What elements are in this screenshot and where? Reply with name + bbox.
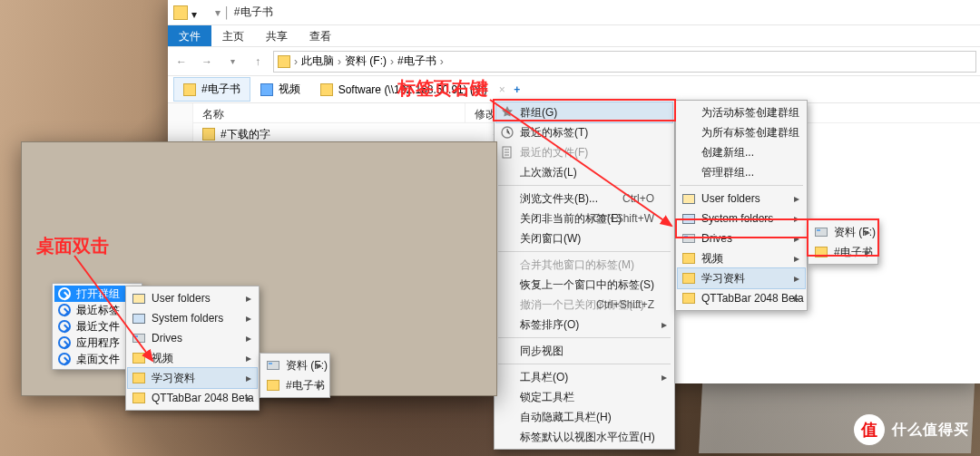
menu-item[interactable]: 标签排序(O)▸ — [496, 315, 672, 335]
menu-item[interactable]: 为活动标签创建群组 — [678, 102, 805, 122]
menu-item[interactable]: #电子书▸ — [262, 375, 328, 395]
clock-icon — [500, 125, 514, 140]
ribbon-home[interactable]: 主页 — [211, 25, 255, 46]
chevron-right-icon: ▸ — [794, 272, 799, 285]
folder-icon — [202, 128, 215, 141]
fold-icon — [681, 271, 696, 286]
fold-icon — [132, 351, 146, 365]
menu-item[interactable]: 标签默认以视图水平位置(H) — [496, 427, 672, 447]
nav-up-icon[interactable]: ↑ — [248, 52, 268, 72]
fold-icon — [266, 378, 280, 393]
ribbon-share[interactable]: 共享 — [255, 25, 299, 46]
menu-item[interactable]: 恢复上一个窗口中的标签(S) — [496, 275, 672, 295]
watermark-badge: 值 什么值得买 — [854, 414, 969, 445]
tab-video[interactable]: 视频 — [250, 77, 310, 102]
ribbon-file[interactable]: 文件 — [168, 25, 211, 46]
folder-icon — [183, 83, 196, 96]
chevron-right-icon: ▸ — [865, 246, 870, 258]
drive-icon — [681, 231, 696, 246]
menu-item[interactable]: 视频▸ — [128, 348, 257, 368]
video-folder-icon — [260, 83, 273, 96]
desktop-submenu: User folders▸System folders▸Drives▸视频▸学习… — [125, 286, 260, 411]
ribbon-view[interactable]: 查看 — [299, 25, 342, 46]
star-icon — [500, 105, 514, 120]
menu-item[interactable]: 学习资料▸ — [678, 268, 805, 288]
nav-fwd-icon[interactable]: → — [197, 52, 217, 72]
menu-item[interactable]: 自动隐藏工具栏(H) — [496, 407, 672, 427]
tab-ebook[interactable]: #电子书 — [173, 77, 250, 102]
menu-item[interactable]: 创建新组... — [678, 142, 805, 162]
chevron-right-icon: ▸ — [794, 292, 799, 305]
menu-item: 最近的文件(F) — [496, 142, 672, 162]
userf-icon — [132, 291, 146, 306]
chevron-right-icon: ▸ — [246, 292, 251, 305]
chevron-right-icon: ▸ — [794, 212, 799, 225]
menu-item[interactable]: QTTabBar 2048 Beta▸ — [678, 288, 805, 308]
menu-item[interactable]: System folders▸ — [128, 308, 257, 328]
menu-item[interactable]: 上次激活(L) — [496, 162, 672, 182]
menu-item[interactable]: 工具栏(O)▸ — [496, 367, 672, 387]
chevron-right-icon: ▸ — [246, 312, 251, 325]
menu-item[interactable]: User folders▸ — [678, 189, 805, 209]
menu-item[interactable]: System folders▸ — [678, 209, 805, 228]
menu-item: 撤消一个已关闭的标签(U)Ctrl+Shift+Z — [496, 295, 672, 315]
menu-item[interactable]: #电子书▸ — [810, 242, 876, 262]
menu-item[interactable]: Drives▸ — [128, 328, 257, 348]
menu-item[interactable]: 为所有标签创建群组 — [678, 122, 805, 142]
menu-item[interactable]: 管理群组... — [678, 162, 805, 182]
bullet-icon — [58, 336, 71, 349]
chevron-right-icon: ▸ — [865, 226, 870, 238]
address-bar-row: ← → ▾ ↑ › 此电脑 › 资料 (F:) › #电子书 › — [168, 47, 980, 76]
qat-dropdown-icon[interactable]: ▾ — [191, 8, 201, 17]
menu-item[interactable]: 最近的标签(T) — [496, 122, 672, 142]
menu-item[interactable]: 学习资料▸ — [128, 368, 257, 388]
fold-icon — [132, 391, 146, 405]
userf-icon — [681, 191, 696, 206]
fold-icon — [681, 251, 696, 266]
desktop-submenu2: 资料 (F:)▸#电子书▸ — [260, 353, 330, 398]
bullet-icon — [58, 287, 71, 300]
folder-icon — [278, 55, 290, 68]
menu-item[interactable]: 关闭非当前的标签(E)Ctrl+Shift+W — [496, 209, 672, 228]
menu-item[interactable]: 锁定工具栏 — [496, 387, 672, 407]
menu-item[interactable]: 资料 (F:)▸ — [262, 355, 328, 375]
sysf-icon — [681, 211, 696, 226]
titlebar: ▾ ▾ │ #电子书 — [168, 0, 980, 25]
nav-history-icon[interactable]: ▾ — [222, 52, 242, 72]
menu-item[interactable]: 群组(G) — [496, 102, 672, 122]
study-submenu: 资料 (F:)▸#电子书▸ — [808, 219, 878, 265]
folder-icon — [320, 83, 333, 96]
bullet-icon — [58, 304, 71, 316]
chevron-right-icon: ▸ — [246, 332, 251, 344]
menu-item: 合并其他窗口的标签(M) — [496, 255, 672, 275]
bullet-icon — [58, 320, 71, 333]
crumb[interactable]: 此电脑 — [301, 53, 334, 69]
shortcut: Ctrl+Shift+W — [593, 212, 654, 225]
group-submenu: 为活动标签创建群组为所有标签创建群组创建新组...管理群组...User fol… — [675, 100, 808, 311]
crumb[interactable]: #电子书 — [397, 53, 436, 69]
menu-item[interactable]: QTTabBar 2048 Beta▸ — [128, 388, 257, 408]
chevron-right-icon: ▸ — [794, 252, 799, 265]
bullet-icon — [58, 353, 71, 365]
shortcut: Ctrl+O — [622, 192, 654, 205]
add-tab-button[interactable]: + — [507, 83, 527, 96]
chevron-right-icon: ▸ — [662, 371, 667, 383]
doc-icon — [500, 145, 514, 160]
list-item[interactable]: #下载的字 — [193, 125, 296, 143]
menu-item[interactable]: 浏览文件夹(B)...Ctrl+O — [496, 189, 672, 209]
chevron-right-icon: ▸ — [794, 232, 799, 245]
menu-item[interactable]: 同步视图 — [496, 341, 672, 361]
menu-item[interactable]: User folders▸ — [128, 288, 257, 308]
drive-icon — [132, 331, 146, 345]
address-bar[interactable]: › 此电脑 › 资料 (F:) › #电子书 › — [273, 51, 976, 73]
menu-item[interactable]: 资料 (F:)▸ — [810, 222, 876, 242]
crumb[interactable]: 资料 (F:) — [345, 53, 387, 69]
nav-back-icon[interactable]: ← — [172, 52, 191, 72]
col-name[interactable]: 名称 — [193, 103, 466, 122]
folder-icon — [173, 5, 188, 20]
sysf-icon — [132, 311, 146, 325]
menu-item[interactable]: 视频▸ — [678, 248, 805, 268]
menu-item[interactable]: Drives▸ — [678, 228, 805, 248]
menu-item[interactable]: 关闭窗口(W) — [496, 228, 672, 248]
shortcut: Ctrl+Shift+Z — [596, 298, 654, 311]
